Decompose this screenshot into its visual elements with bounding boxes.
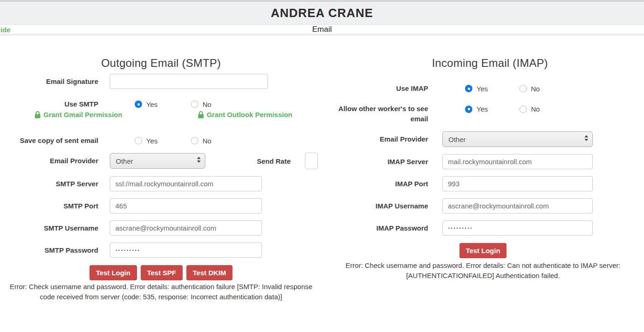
use-smtp-row: Use SMTP Yes No — [0, 99, 322, 109]
yes-label: Yes — [477, 85, 488, 93]
use-imap-yes-radio[interactable]: Yes — [465, 85, 519, 93]
save-copy-label: Save copy of sent email — [0, 136, 98, 146]
imap-port-label: IMAP Port — [322, 179, 428, 189]
allow-others-no-radio[interactable]: No — [519, 105, 540, 113]
grant-gmail-link[interactable]: Grant Gmail Permission — [35, 111, 122, 119]
smtp-username-label: SMTP Username — [0, 223, 98, 233]
imap-column: Incoming Email (IMAP) Use IMAP Yes No Al… — [322, 36, 644, 302]
use-smtp-yes-radio[interactable]: Yes — [135, 101, 191, 108]
allow-others-row: Allow other worker's to see email Yes No — [322, 104, 644, 124]
radio-icon[interactable] — [465, 106, 472, 113]
radio-icon[interactable] — [191, 137, 198, 144]
grant-gmail-label: Grant Gmail Permission — [43, 111, 122, 119]
use-imap-row: Use IMAP Yes No — [322, 83, 644, 94]
smtp-server-row: SMTP Server — [0, 176, 322, 191]
save-copy-yes-radio[interactable]: Yes — [135, 137, 191, 145]
email-provider-label: Email Provider — [0, 156, 98, 166]
use-imap-no-radio[interactable]: No — [519, 85, 540, 93]
email-provider-select[interactable]: Other — [110, 153, 205, 169]
imap-provider-value: Other — [448, 136, 466, 143]
select-arrows-icon — [584, 135, 588, 141]
smtp-server-label: SMTP Server — [0, 179, 98, 189]
radio-icon[interactable] — [465, 85, 472, 92]
section-title: Email — [312, 25, 332, 34]
yes-label: Yes — [477, 105, 488, 113]
imap-password-row: IMAP Password — [322, 220, 644, 236]
email-provider-label: Email Provider — [322, 134, 428, 144]
lock-icon — [35, 111, 41, 119]
smtp-password-input[interactable] — [110, 243, 262, 258]
send-rate-label: Send Rate — [256, 157, 291, 165]
smtp-port-label: SMTP Port — [0, 201, 98, 211]
hide-link[interactable]: ide — [0, 26, 11, 34]
email-signature-input[interactable] — [110, 74, 268, 89]
email-settings-content: Outgoing Email (SMTP) Email Signature Us… — [0, 36, 644, 302]
imap-buttons-row: Test Login — [322, 243, 644, 258]
smtp-port-row: SMTP Port — [0, 198, 322, 213]
imap-server-input[interactable] — [442, 154, 593, 169]
radio-icon[interactable] — [519, 85, 527, 92]
smtp-column: Outgoing Email (SMTP) Email Signature Us… — [0, 36, 322, 302]
use-imap-label: Use IMAP — [322, 83, 428, 94]
page-header: ANDREA CRANE — [0, 2, 644, 24]
imap-server-label: IMAP Server — [322, 157, 428, 167]
imap-heading: Incoming Email (IMAP) — [329, 57, 644, 70]
no-label: No — [203, 137, 211, 145]
smtp-heading: Outgoing Email (SMTP) — [0, 57, 322, 70]
radio-icon[interactable] — [135, 137, 142, 144]
page-title: ANDREA CRANE — [271, 6, 373, 20]
imap-port-input[interactable] — [442, 176, 593, 191]
imap-error-text: Error: Check username and password. Erro… — [333, 261, 633, 281]
yes-label: Yes — [146, 101, 157, 108]
smtp-server-input[interactable] — [110, 176, 262, 191]
smtp-port-input[interactable] — [110, 198, 262, 213]
use-smtp-label: Use SMTP — [0, 99, 98, 109]
imap-provider-select[interactable]: Other — [442, 131, 593, 147]
radio-icon[interactable] — [135, 101, 142, 108]
imap-provider-row: Email Provider Other — [322, 131, 644, 147]
imap-password-input[interactable] — [442, 220, 593, 236]
smtp-buttons-row: Test Login Test SPF Test DKIM — [0, 265, 322, 280]
sub-navbar: ide Email — [0, 24, 644, 36]
grant-outlook-link[interactable]: Grant Outlook Permission — [198, 111, 292, 119]
save-copy-row: Save copy of sent email Yes No — [0, 136, 322, 146]
imap-username-label: IMAP Username — [322, 201, 428, 211]
smtp-test-spf-button[interactable]: Test SPF — [141, 265, 183, 280]
no-label: No — [531, 105, 540, 113]
yes-label: Yes — [146, 137, 157, 145]
use-smtp-no-radio[interactable]: No — [191, 101, 211, 108]
email-signature-label: Email Signature — [0, 77, 98, 87]
imap-password-label: IMAP Password — [322, 223, 428, 233]
lock-icon — [198, 111, 204, 119]
radio-icon[interactable] — [519, 106, 527, 113]
smtp-test-dkim-button[interactable]: Test DKIM — [186, 265, 233, 280]
grant-outlook-label: Grant Outlook Permission — [207, 111, 292, 119]
smtp-error-text: Error: Check username and password. Erro… — [0, 282, 322, 302]
radio-icon[interactable] — [191, 101, 198, 108]
smtp-password-row: SMTP Password — [0, 243, 322, 258]
smtp-password-label: SMTP Password — [0, 245, 98, 255]
imap-test-login-button[interactable]: Test Login — [459, 243, 507, 258]
smtp-test-login-button[interactable]: Test Login — [89, 265, 137, 280]
imap-username-input[interactable] — [442, 198, 593, 213]
no-label: No — [203, 101, 211, 108]
allow-others-label: Allow other worker's to see email — [322, 104, 428, 124]
imap-server-row: IMAP Server — [322, 154, 644, 169]
email-provider-value: Other — [116, 157, 133, 165]
imap-username-row: IMAP Username — [322, 198, 644, 213]
smtp-username-input[interactable] — [110, 220, 262, 236]
no-label: No — [531, 85, 540, 93]
send-rate-input[interactable] — [305, 153, 318, 169]
smtp-provider-row: Email Provider Other Send Rate — [0, 153, 322, 169]
save-copy-no-radio[interactable]: No — [191, 137, 211, 145]
allow-others-yes-radio[interactable]: Yes — [465, 105, 519, 113]
email-signature-row: Email Signature — [0, 74, 322, 89]
smtp-username-row: SMTP Username — [0, 220, 322, 236]
select-arrows-icon — [197, 157, 201, 163]
imap-port-row: IMAP Port — [322, 176, 644, 191]
grant-permission-row: Grant Gmail Permission Grant Outlook Per… — [0, 111, 322, 119]
